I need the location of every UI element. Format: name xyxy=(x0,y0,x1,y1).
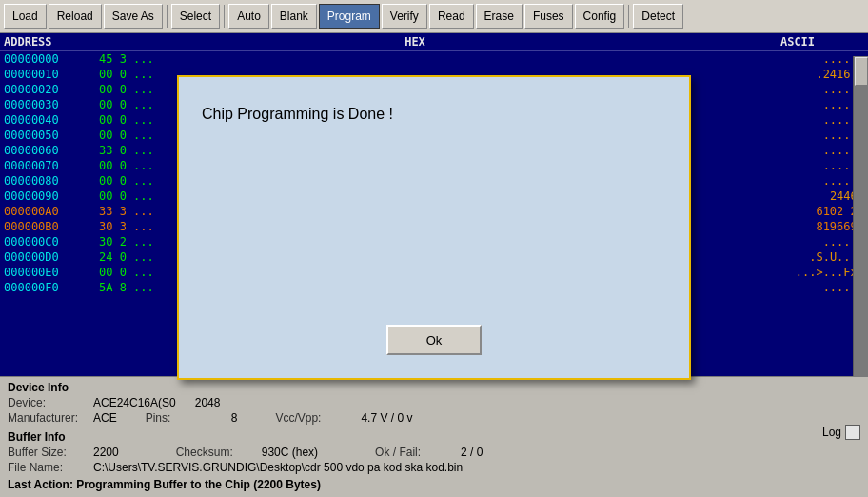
auto-button[interactable]: Auto xyxy=(228,4,269,29)
load-button[interactable]: Load xyxy=(4,4,47,29)
erase-button[interactable]: Erase xyxy=(476,4,523,29)
verify-button[interactable]: Verify xyxy=(382,4,427,29)
detect-button[interactable]: Detect xyxy=(633,4,683,29)
fuses-button[interactable]: Fuses xyxy=(524,4,573,29)
separator-1 xyxy=(167,5,168,28)
read-button[interactable]: Read xyxy=(429,4,474,29)
modal-overlay: Chip Programming is Done ! Ok xyxy=(0,33,868,497)
reload-button[interactable]: Reload xyxy=(49,4,102,29)
program-button[interactable]: Program xyxy=(319,4,380,29)
main-area: ADDRESS HEX ASCII 0000000045 3 .........… xyxy=(0,33,868,497)
modal-ok-button[interactable]: Ok xyxy=(386,325,482,355)
blank-button[interactable]: Blank xyxy=(271,4,317,29)
config-button[interactable]: Config xyxy=(575,4,625,29)
separator-2 xyxy=(224,5,225,28)
select-button[interactable]: Select xyxy=(171,4,220,29)
toolbar: Load Reload Save As Select Auto Blank Pr… xyxy=(0,0,868,33)
modal-message: Chip Programming is Done ! xyxy=(202,106,393,122)
modal-footer: Ok xyxy=(179,309,689,378)
save-as-button[interactable]: Save As xyxy=(104,4,163,29)
modal-content: Chip Programming is Done ! xyxy=(179,77,689,309)
chip-programming-modal: Chip Programming is Done ! Ok xyxy=(177,75,691,380)
separator-3 xyxy=(628,5,629,28)
